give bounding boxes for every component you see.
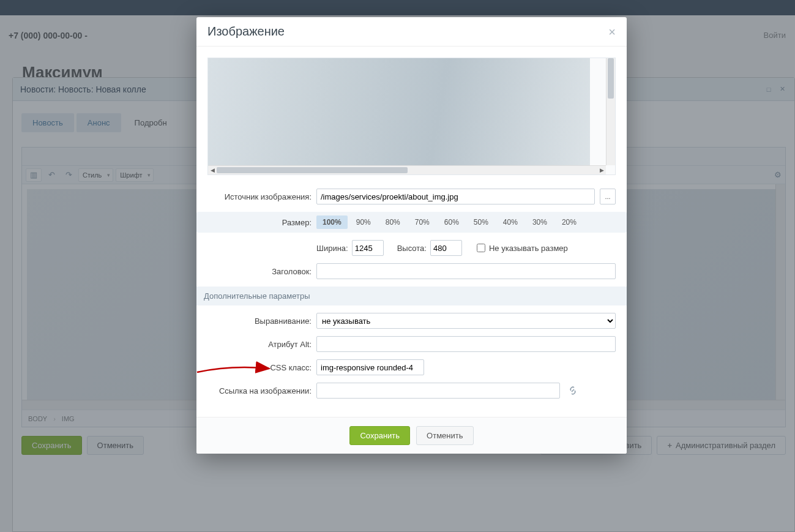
modal-footer: Сохранить Отменить xyxy=(196,417,627,454)
size-opt-50[interactable]: 50% xyxy=(468,215,495,229)
size-opt-60[interactable]: 60% xyxy=(438,215,465,229)
nosize-label: Не указывать размер xyxy=(489,244,568,253)
modal-cancel-button[interactable]: Отменить xyxy=(416,426,473,445)
nosize-checkbox[interactable] xyxy=(477,244,485,252)
size-opt-90[interactable]: 90% xyxy=(350,215,377,229)
align-label: Выравнивание: xyxy=(207,317,312,326)
image-modal: Изображение × ◀ ▶ Источник изображения: … xyxy=(196,17,627,454)
preview-scroll-v[interactable] xyxy=(606,58,615,165)
height-label: Высота: xyxy=(397,244,427,253)
size-opt-40[interactable]: 40% xyxy=(497,215,524,229)
source-input[interactable] xyxy=(316,189,595,204)
alt-label: Атрибут Alt: xyxy=(207,340,312,349)
preview-frame: ◀ ▶ xyxy=(207,58,616,175)
row-link: Ссылка на изображении: xyxy=(207,383,616,399)
file-browse-button[interactable]: ... xyxy=(600,189,616,204)
width-label: Ширина: xyxy=(316,244,348,253)
title-input[interactable] xyxy=(316,263,616,279)
align-select[interactable]: не указывать xyxy=(316,313,616,329)
title-label: Заголовок: xyxy=(207,267,312,276)
section-additional: Дополнительные параметры xyxy=(196,287,627,305)
size-opt-20[interactable]: 20% xyxy=(556,215,583,229)
link-icon[interactable] xyxy=(565,383,581,399)
css-input[interactable] xyxy=(316,359,424,375)
size-options: 100% 90% 80% 70% 60% 50% 40% 30% 20% xyxy=(316,215,583,229)
size-opt-30[interactable]: 30% xyxy=(526,215,553,229)
modal-form: Источник изображения: ... Размер: 100% 9… xyxy=(196,175,627,417)
height-input[interactable] xyxy=(430,240,462,256)
row-align: Выравнивание: не указывать xyxy=(207,313,616,329)
scroll-left-icon[interactable]: ◀ xyxy=(208,166,217,174)
row-source: Источник изображения: ... xyxy=(207,189,616,204)
size-opt-70[interactable]: 70% xyxy=(409,215,436,229)
preview-scroll-h[interactable]: ◀ ▶ xyxy=(208,165,606,174)
close-icon[interactable]: × xyxy=(608,26,616,38)
modal-header: Изображение × xyxy=(196,17,627,47)
preview-area: ◀ ▶ xyxy=(196,47,627,175)
alt-input[interactable] xyxy=(316,336,616,352)
modal-title: Изображение xyxy=(207,24,285,39)
link-input[interactable] xyxy=(316,383,560,399)
size-opt-100[interactable]: 100% xyxy=(316,215,348,229)
row-title: Заголовок: xyxy=(207,263,616,279)
row-css: CSS класс: xyxy=(207,359,616,375)
row-size: Размер: 100% 90% 80% 70% 60% 50% 40% 30%… xyxy=(196,212,627,233)
source-label: Источник изображения: xyxy=(207,192,312,201)
row-dimensions: Ширина: Высота: Не указывать размер xyxy=(207,240,616,256)
css-label: CSS класс: xyxy=(207,363,312,372)
size-opt-80[interactable]: 80% xyxy=(379,215,406,229)
preview-image xyxy=(208,58,590,167)
width-input[interactable] xyxy=(352,240,384,256)
size-label: Размер: xyxy=(207,218,312,227)
link-label: Ссылка на изображении: xyxy=(207,386,312,395)
modal-save-button[interactable]: Сохранить xyxy=(349,426,410,445)
scroll-right-icon[interactable]: ▶ xyxy=(597,166,606,174)
row-alt: Атрибут Alt: xyxy=(207,336,616,352)
